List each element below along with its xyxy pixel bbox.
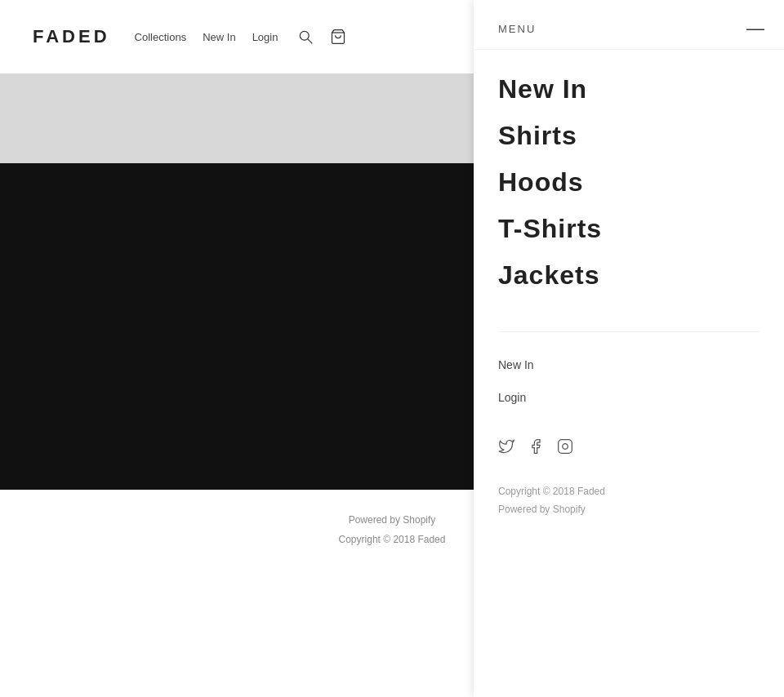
menu-item-tshirts[interactable]: T-Shirts: [498, 206, 760, 252]
main-nav: Collections New In Login: [135, 31, 278, 43]
content-image-left: [0, 163, 196, 490]
search-icon: [297, 29, 314, 45]
nav-new-in[interactable]: New In: [203, 31, 235, 43]
menu-divider: [498, 331, 760, 332]
site-logo[interactable]: FADED: [33, 26, 110, 47]
menu-overlay: MENU — New In Shirts Hoods T-Shirts Jack…: [474, 0, 784, 697]
cart-button[interactable]: [327, 25, 350, 48]
instagram-icon[interactable]: [557, 438, 573, 459]
menu-close-button[interactable]: —: [743, 16, 768, 41]
menu-item-shirts[interactable]: Shirts: [498, 113, 760, 159]
cart-icon: [330, 29, 346, 45]
content-image-right: [196, 163, 490, 490]
search-button[interactable]: [294, 25, 317, 48]
menu-powered: Powered by Shopify: [498, 501, 760, 519]
hero-image-top: [0, 73, 490, 163]
content-images: [0, 163, 490, 490]
menu-label: MENU: [490, 23, 536, 35]
menu-header: MENU —: [474, 0, 784, 50]
nav-login[interactable]: Login: [252, 31, 278, 43]
menu-secondary-new-in[interactable]: New In: [498, 348, 760, 381]
svg-rect-3: [559, 440, 572, 454]
facebook-icon[interactable]: [528, 438, 544, 459]
menu-copyright: Copyright © 2018 Faded: [498, 483, 760, 501]
header-icons: [294, 25, 350, 48]
menu-footer: Copyright © 2018 Faded Powered by Shopif…: [474, 475, 784, 543]
twitter-icon[interactable]: [498, 438, 514, 459]
menu-social: [474, 414, 784, 475]
page-wrapper: FADED Collections New In Login: [0, 0, 784, 594]
svg-point-0: [301, 31, 310, 40]
svg-line-1: [308, 39, 312, 43]
nav-collections[interactable]: Collections: [135, 31, 187, 43]
menu-item-new-in[interactable]: New In: [498, 66, 760, 113]
menu-nav-items: New In Shirts Hoods T-Shirts Jackets: [474, 50, 784, 315]
menu-item-hoods[interactable]: Hoods: [498, 159, 760, 206]
content-area: [0, 73, 490, 490]
menu-item-jackets[interactable]: Jackets: [498, 252, 760, 299]
menu-secondary-items: New In Login: [474, 348, 784, 414]
menu-secondary-login[interactable]: Login: [498, 381, 760, 414]
